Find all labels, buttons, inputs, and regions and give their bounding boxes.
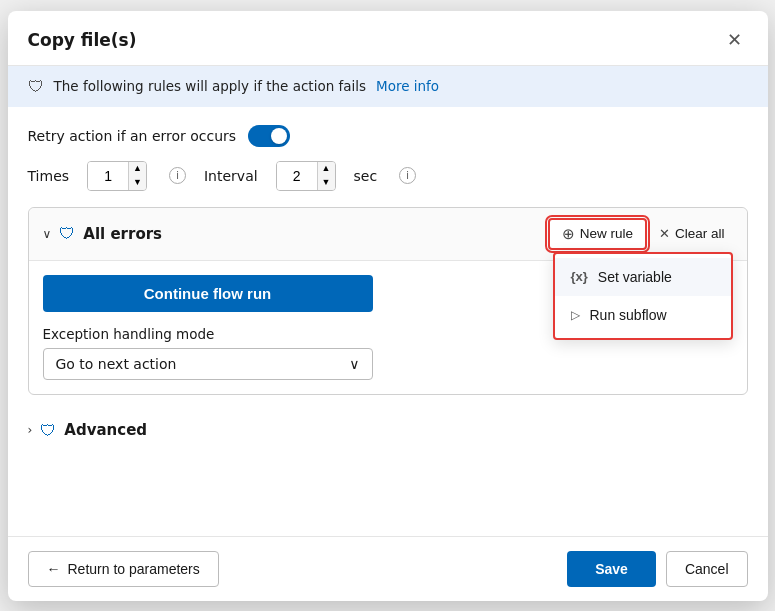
copy-files-dialog: Copy file(s) ✕ 🛡 The following rules wil…	[8, 11, 768, 601]
times-input[interactable]: 1	[88, 162, 128, 190]
all-errors-shield-icon: 🛡	[59, 224, 75, 243]
run-subflow-icon: ▷	[571, 308, 580, 322]
set-variable-item[interactable]: {x} Set variable	[555, 258, 731, 296]
interval-arrows: ▲ ▼	[317, 162, 335, 190]
exception-mode-value: Go to next action	[56, 356, 177, 372]
set-variable-label: Set variable	[598, 269, 672, 285]
interval-up-button[interactable]: ▲	[318, 162, 335, 176]
dialog-title: Copy file(s)	[28, 30, 137, 50]
clear-all-button[interactable]: ✕ Clear all	[651, 221, 733, 246]
new-rule-dropdown-popup: {x} Set variable ▷ Run subflow	[553, 252, 733, 340]
interval-spinner: 2 ▲ ▼	[276, 161, 336, 191]
times-interval-row: Times 1 ▲ ▼ i Interval 2 ▲ ▼ sec i	[28, 161, 748, 191]
times-info-icon[interactable]: i	[169, 167, 186, 184]
chevron-down-icon: ∨	[349, 356, 359, 372]
sec-label: sec	[354, 168, 378, 184]
new-rule-label: New rule	[580, 226, 633, 241]
interval-down-button[interactable]: ▼	[318, 176, 335, 190]
exception-mode-dropdown[interactable]: Go to next action ∨	[43, 348, 373, 380]
save-button[interactable]: Save	[567, 551, 656, 587]
all-errors-chevron-icon[interactable]: ∨	[43, 227, 52, 241]
info-banner: 🛡 The following rules will apply if the …	[8, 66, 768, 107]
clear-all-x-icon: ✕	[659, 226, 670, 241]
return-to-parameters-button[interactable]: ← Return to parameters	[28, 551, 219, 587]
interval-label: Interval	[204, 168, 258, 184]
all-errors-section: ∨ 🛡 All errors ⊕ New rule {x} Set variab…	[28, 207, 748, 395]
run-subflow-label: Run subflow	[590, 307, 667, 323]
interval-input[interactable]: 2	[277, 162, 317, 190]
all-errors-title: All errors	[83, 225, 162, 243]
dialog-footer: ← Return to parameters Save Cancel	[8, 536, 768, 601]
plus-circle-icon: ⊕	[562, 225, 575, 243]
run-subflow-item[interactable]: ▷ Run subflow	[555, 296, 731, 334]
dialog-header: Copy file(s) ✕	[8, 11, 768, 66]
advanced-chevron-icon: ›	[28, 423, 33, 437]
interval-info-icon[interactable]: i	[399, 167, 416, 184]
more-info-link[interactable]: More info	[376, 78, 439, 94]
set-variable-icon: {x}	[571, 269, 588, 284]
clear-all-label: Clear all	[675, 226, 725, 241]
retry-label: Retry action if an error occurs	[28, 128, 237, 144]
return-label: Return to parameters	[68, 561, 200, 577]
advanced-label: Advanced	[64, 421, 147, 439]
times-arrows: ▲ ▼	[128, 162, 146, 190]
all-errors-actions: ⊕ New rule {x} Set variable ▷ Run subflo…	[548, 218, 733, 250]
dialog-body: Retry action if an error occurs Times 1 …	[8, 107, 768, 536]
times-label: Times	[28, 168, 70, 184]
info-banner-text: The following rules will apply if the ac…	[54, 78, 367, 94]
advanced-shield-icon: 🛡	[40, 421, 56, 440]
return-arrow-icon: ←	[47, 561, 61, 577]
footer-right: Save Cancel	[567, 551, 747, 587]
cancel-button[interactable]: Cancel	[666, 551, 748, 587]
advanced-section[interactable]: › 🛡 Advanced	[28, 409, 748, 448]
retry-toggle[interactable]	[248, 125, 290, 147]
shield-icon: 🛡	[28, 77, 44, 96]
close-button[interactable]: ✕	[721, 27, 748, 53]
all-errors-left: ∨ 🛡 All errors	[43, 224, 163, 243]
times-up-button[interactable]: ▲	[129, 162, 146, 176]
times-spinner: 1 ▲ ▼	[87, 161, 147, 191]
continue-flow-button[interactable]: Continue flow run	[43, 275, 373, 312]
all-errors-header: ∨ 🛡 All errors ⊕ New rule {x} Set variab…	[29, 208, 747, 261]
new-rule-button[interactable]: ⊕ New rule	[548, 218, 647, 250]
retry-row: Retry action if an error occurs	[28, 125, 748, 147]
times-down-button[interactable]: ▼	[129, 176, 146, 190]
